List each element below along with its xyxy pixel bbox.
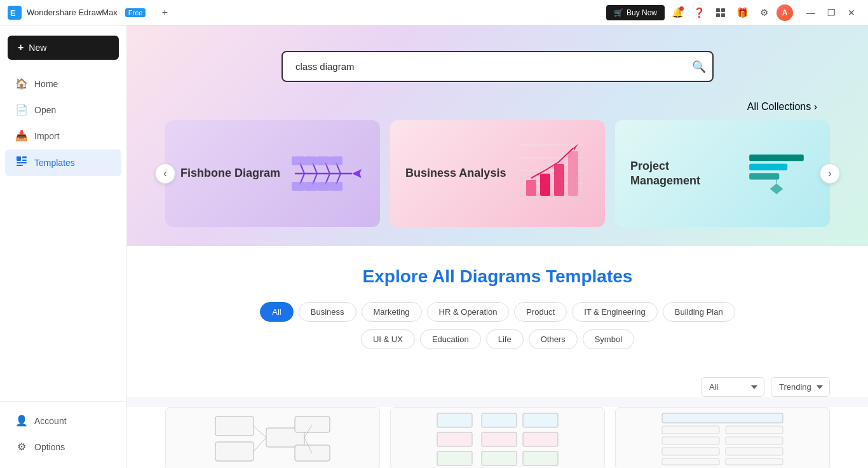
sidebar-item-open[interactable]: 📄 Open bbox=[5, 97, 121, 122]
svg-rect-35 bbox=[540, 174, 550, 196]
svg-rect-41 bbox=[749, 173, 779, 179]
notification-badge bbox=[679, 6, 684, 11]
cart-icon: 🛒 bbox=[614, 8, 623, 17]
buy-now-button[interactable]: 🛒 Buy Now bbox=[606, 5, 665, 20]
svg-rect-57 bbox=[482, 432, 517, 446]
new-tab-button[interactable]: + bbox=[156, 4, 173, 22]
svg-rect-40 bbox=[749, 164, 787, 170]
templates-icon bbox=[15, 156, 28, 170]
options-icon: ⚙ bbox=[15, 441, 28, 453]
svg-rect-21 bbox=[292, 156, 304, 165]
svg-rect-62 bbox=[662, 413, 783, 423]
carousel-prev-button[interactable]: ‹ bbox=[155, 163, 175, 184]
file-icon: 📄 bbox=[15, 104, 28, 116]
sidebar-item-templates[interactable]: Templates bbox=[5, 149, 121, 176]
sort-bar: All Flowchart Mind Map UML Trending Newe… bbox=[127, 377, 868, 397]
new-button[interactable]: + New bbox=[8, 36, 119, 60]
svg-text:E: E bbox=[10, 8, 16, 18]
maximize-button[interactable]: ❐ bbox=[822, 4, 840, 22]
svg-line-49 bbox=[254, 426, 266, 437]
svg-rect-3 bbox=[721, 8, 725, 12]
svg-rect-23 bbox=[317, 156, 330, 165]
svg-rect-9 bbox=[17, 162, 27, 163]
cards-wrapper: ‹ Fishbone Diagram bbox=[165, 120, 830, 227]
filter-tab-education[interactable]: Education bbox=[420, 329, 481, 349]
filter-tab-life[interactable]: Life bbox=[486, 329, 524, 349]
svg-rect-5 bbox=[721, 13, 725, 17]
svg-rect-6 bbox=[17, 156, 21, 161]
sidebar: + New 🏠 Home 📄 Open 📥 Import bbox=[0, 25, 127, 468]
svg-rect-61 bbox=[523, 451, 558, 465]
svg-rect-26 bbox=[304, 182, 317, 191]
filter-tab-product[interactable]: Product bbox=[514, 302, 567, 322]
sidebar-nav: 🏠 Home 📄 Open 📥 Import bbox=[0, 70, 126, 401]
template-card-3[interactable] bbox=[615, 407, 830, 468]
sidebar-item-options[interactable]: ⚙ Options bbox=[5, 434, 121, 459]
filter-tab-marketing[interactable]: Marketing bbox=[362, 302, 422, 322]
notifications-icon[interactable]: 🔔 bbox=[668, 4, 686, 22]
svg-rect-47 bbox=[295, 416, 330, 432]
app-tab: E Wondershare EdrawMax Free + bbox=[8, 4, 606, 22]
chevron-right-icon: › bbox=[814, 101, 817, 112]
fishbone-card[interactable]: Fishbone Diagram bbox=[165, 120, 380, 227]
filter-tabs-row2: UI & UX Education Life Others Symbol bbox=[165, 329, 830, 349]
svg-rect-65 bbox=[662, 437, 719, 444]
grid-view-icon[interactable] bbox=[712, 4, 729, 22]
help-icon[interactable]: ❓ bbox=[690, 4, 708, 22]
app-free-badge: Free bbox=[125, 8, 146, 17]
template-card-1[interactable] bbox=[165, 407, 380, 468]
svg-rect-70 bbox=[726, 458, 783, 465]
svg-rect-68 bbox=[726, 448, 783, 455]
category-select[interactable]: All Flowchart Mind Map UML bbox=[701, 377, 764, 397]
filter-tab-building-plan[interactable]: Building Plan bbox=[663, 302, 735, 322]
svg-rect-64 bbox=[726, 426, 783, 434]
gift-icon[interactable]: 🎁 bbox=[733, 4, 751, 22]
avatar[interactable]: A bbox=[776, 4, 793, 21]
sort-select[interactable]: Trending Newest Popular bbox=[771, 377, 830, 397]
fishbone-title: Fishbone Diagram bbox=[180, 166, 280, 181]
import-icon: 📥 bbox=[15, 130, 28, 142]
filter-tab-hr-operation[interactable]: HR & Operation bbox=[427, 302, 510, 322]
all-collections-link[interactable]: All Collections › bbox=[165, 101, 830, 113]
carousel-next-button[interactable]: › bbox=[820, 163, 840, 184]
sidebar-bottom: 👤 Account ⚙ Options bbox=[0, 401, 126, 468]
category-cards-container: Fishbone Diagram bbox=[165, 120, 830, 227]
filter-tab-others[interactable]: Others bbox=[529, 329, 578, 349]
sidebar-item-import[interactable]: 📥 Import bbox=[5, 123, 121, 148]
project-card[interactable]: Project Management bbox=[615, 120, 830, 227]
svg-rect-34 bbox=[526, 180, 536, 196]
content-area: 🔍 All Collections › ‹ Fishbone Diagram bbox=[127, 25, 868, 468]
svg-rect-67 bbox=[662, 448, 719, 455]
svg-rect-66 bbox=[726, 437, 783, 444]
svg-rect-59 bbox=[437, 451, 472, 465]
svg-rect-36 bbox=[554, 164, 564, 196]
svg-rect-45 bbox=[215, 442, 254, 461]
svg-rect-4 bbox=[716, 13, 720, 17]
svg-marker-12 bbox=[352, 169, 362, 178]
header-toolbar: 🛒 Buy Now 🔔 ❓ 🎁 ⚙ A — ❐ ✕ bbox=[606, 4, 860, 22]
settings-icon[interactable]: ⚙ bbox=[755, 4, 773, 22]
svg-rect-55 bbox=[523, 413, 558, 427]
templates-preview bbox=[127, 407, 868, 468]
search-bar: 🔍 bbox=[281, 51, 714, 82]
svg-rect-24 bbox=[330, 156, 342, 165]
main-layout: + New 🏠 Home 📄 Open 📥 Import bbox=[0, 25, 868, 468]
svg-rect-2 bbox=[716, 8, 720, 12]
filter-tab-business[interactable]: Business bbox=[299, 302, 356, 322]
filter-tab-all[interactable]: All bbox=[260, 302, 293, 322]
search-input[interactable] bbox=[281, 51, 714, 82]
filter-tab-symbol[interactable]: Symbol bbox=[583, 329, 634, 349]
template-card-2[interactable] bbox=[390, 407, 605, 468]
project-image bbox=[738, 135, 815, 212]
business-card[interactable]: Business Analysis bbox=[390, 120, 605, 227]
search-button[interactable]: 🔍 bbox=[692, 60, 706, 74]
filter-tab-ui-ux[interactable]: UI & UX bbox=[361, 329, 415, 349]
sidebar-item-account[interactable]: 👤 Account bbox=[5, 408, 121, 433]
window-controls: — ❐ ✕ bbox=[802, 4, 860, 22]
svg-rect-60 bbox=[482, 451, 517, 465]
account-icon: 👤 bbox=[15, 415, 28, 427]
filter-tab-it-engineering[interactable]: IT & Engineering bbox=[572, 302, 658, 322]
minimize-button[interactable]: — bbox=[802, 4, 820, 22]
sidebar-item-home[interactable]: 🏠 Home bbox=[5, 71, 121, 96]
close-button[interactable]: ✕ bbox=[843, 4, 860, 22]
